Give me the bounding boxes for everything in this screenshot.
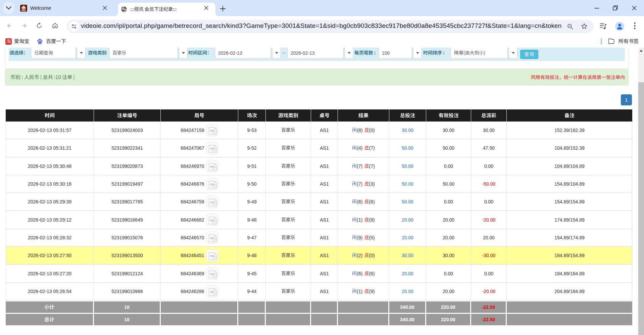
svg-text:du: du (39, 42, 41, 44)
